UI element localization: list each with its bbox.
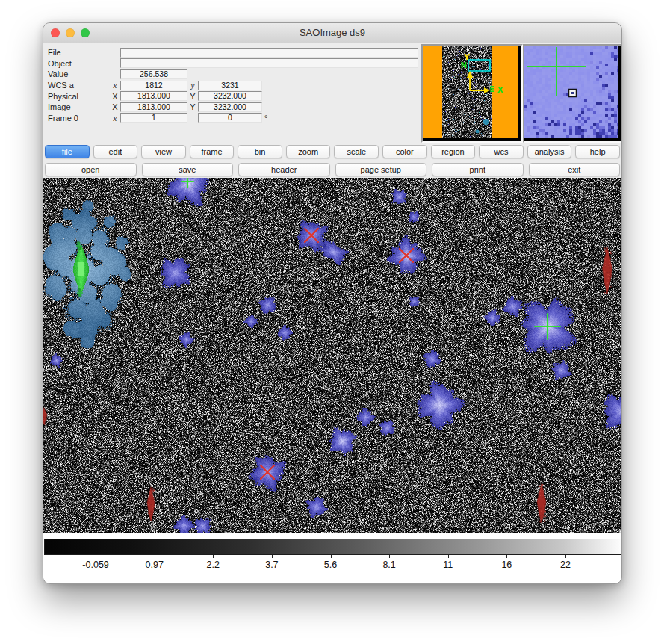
info-row-frame-0: Frame 0x10°	[43, 113, 462, 124]
axis-label: x	[110, 81, 120, 90]
colorbar[interactable]	[44, 539, 622, 555]
colorbar-tick	[213, 555, 214, 558]
physical-y-field[interactable]: 3232.000	[198, 91, 262, 101]
colorbar-tick	[389, 555, 390, 558]
menu-frame[interactable]: frame	[190, 145, 235, 158]
menu-header[interactable]: header	[238, 163, 330, 176]
menu-analysis[interactable]: analysis	[527, 145, 572, 158]
panner-frame	[421, 44, 523, 143]
info-row-physical: PhysicalX1813.000Y3232.000	[43, 90, 462, 102]
degree-symbol: °	[262, 114, 273, 123]
menu-color[interactable]: color	[382, 145, 427, 158]
colorbar-panel: -0.0590.972.23.75.68.1111622	[43, 533, 622, 584]
file-menu-bar: opensaveheaderpage setupprintexit	[45, 163, 620, 176]
info-label-object: Object	[48, 59, 110, 68]
colorbar-tick	[96, 555, 96, 558]
colorbar-tick-label: 0.97	[146, 560, 164, 570]
image-x-field[interactable]: 1813.000	[120, 102, 187, 112]
info-row-file: File	[43, 47, 462, 58]
info-row-image: ImageX1813.000Y3232.000	[43, 102, 462, 113]
magnifier-frame	[523, 44, 622, 143]
colorbar-tick-label: 11	[443, 560, 453, 570]
menu-print[interactable]: print	[432, 163, 524, 176]
image-y-field[interactable]: 3232.000	[198, 102, 262, 112]
menu-zoom[interactable]: zoom	[286, 145, 331, 158]
info-label-frame-0: Frame 0	[48, 114, 110, 123]
info-row-object: Object	[43, 58, 462, 69]
colorbar-tick	[565, 555, 566, 558]
menu-bin[interactable]: bin	[238, 145, 282, 158]
object-field[interactable]	[120, 58, 418, 68]
colorbar-tick	[506, 555, 507, 558]
menu-exit[interactable]: exit	[529, 163, 621, 176]
menu-wcs[interactable]: wcs	[479, 145, 524, 158]
menu-file[interactable]: file	[45, 145, 90, 158]
value-field[interactable]: 256.538	[120, 69, 187, 79]
colorbar-tick-label: 3.7	[265, 560, 278, 570]
axis-label: Y	[187, 92, 198, 101]
wcs-a-x-field[interactable]: 1812	[120, 81, 187, 90]
info-label-wcs-a: WCS a	[48, 81, 110, 90]
colorbar-tick	[448, 555, 449, 558]
menu-help[interactable]: help	[575, 145, 620, 158]
colorbar-tick	[331, 555, 332, 558]
menu-edit[interactable]: edit	[93, 145, 138, 158]
menu-view[interactable]: view	[141, 145, 186, 158]
menu-page-setup[interactable]: page setup	[335, 163, 427, 176]
colorbar-tick-label: 5.6	[324, 560, 337, 570]
info-row-wcs-a: WCS ax1812y3231	[43, 80, 462, 91]
menu-bar: fileeditviewframebinzoomscalecolorregion…	[45, 145, 620, 158]
panner-view[interactable]	[423, 46, 518, 138]
image-display[interactable]	[43, 178, 622, 533]
axis-label: Y	[187, 102, 198, 111]
colorbar-tick-label: 2.2	[207, 560, 220, 570]
app-window: SAOImage ds9 FileObjectValue256.538WCS a…	[43, 22, 622, 584]
axis-label: x	[110, 114, 120, 123]
axis-label: y	[187, 81, 198, 90]
physical-x-field[interactable]: 1813.000	[120, 91, 187, 101]
menu-scale[interactable]: scale	[334, 145, 379, 158]
info-label-value: Value	[48, 69, 110, 78]
colorbar-tick-label: 8.1	[382, 560, 395, 570]
colorbar-tick	[155, 555, 155, 558]
menu-open[interactable]: open	[45, 163, 137, 176]
colorbar-tick-label: 16	[501, 560, 512, 570]
frame-0-y-field[interactable]: 0	[198, 113, 262, 123]
frame-0-x-field[interactable]: 1	[120, 113, 187, 123]
info-label-physical: Physical	[48, 92, 110, 101]
info-panel: FileObjectValue256.538WCS ax1812y3231Phy…	[43, 43, 462, 123]
colorbar-tick-label: 22	[560, 560, 571, 570]
colorbar-tick-label: -0.059	[82, 560, 108, 570]
colorbar-tick	[272, 555, 273, 558]
wcs-a-y-field[interactable]: 3231	[198, 81, 262, 90]
menu-region[interactable]: region	[431, 145, 476, 158]
title-bar[interactable]: SAOImage ds9	[43, 23, 621, 43]
info-label-image: Image	[48, 102, 110, 111]
file-field[interactable]	[120, 48, 418, 58]
menu-save[interactable]: save	[142, 163, 234, 176]
magnifier-view[interactable]	[524, 46, 618, 138]
axis-label: X	[110, 92, 120, 101]
window-title: SAOImage ds9	[43, 27, 621, 38]
info-label-file: File	[48, 48, 110, 57]
axis-label: X	[110, 102, 120, 111]
info-row-value: Value256.538	[43, 69, 462, 80]
